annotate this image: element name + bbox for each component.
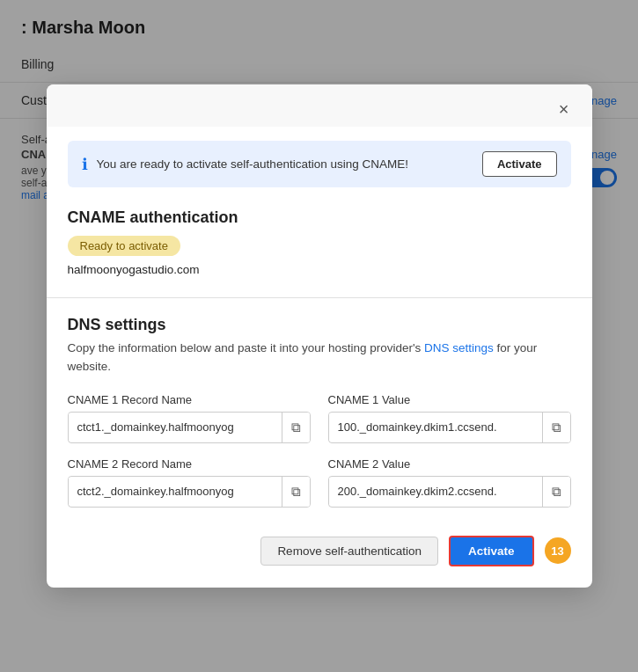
cname1-record-name-label: CNAME 1 Record Name <box>68 393 311 406</box>
domain-text: halfmoonyogastudio.com <box>68 263 571 276</box>
cname1-record-name-input[interactable] <box>69 413 282 441</box>
cname2-record-name-group: CNAME 2 Record Name ⧉ <box>68 457 311 508</box>
info-banner: ℹ You are ready to activate self-authent… <box>68 141 571 187</box>
cname2-record-name-input[interactable] <box>69 478 282 505</box>
section-divider <box>47 297 592 298</box>
cname2-record-name-copy-button[interactable]: ⧉ <box>282 477 310 507</box>
cname1-record-name-field-row: ⧉ <box>68 412 311 443</box>
cname2-record-name-field-row: ⧉ <box>68 476 311 508</box>
cname2-value-input[interactable] <box>329 478 542 505</box>
close-button[interactable]: × <box>554 99 575 120</box>
cname1-value-group: CNAME 1 Value ⧉ <box>328 393 571 443</box>
cname1-value-field-row: ⧉ <box>328 412 571 443</box>
cname2-value-group: CNAME 2 Value ⧉ <box>328 457 571 508</box>
modal-dialog: × ℹ You are ready to activate self-authe… <box>47 84 592 588</box>
modal-overlay: × ℹ You are ready to activate self-authe… <box>0 0 638 672</box>
modal-body: ℹ You are ready to activate self-authent… <box>47 127 592 588</box>
banner-text: You are ready to activate self-authentic… <box>97 157 473 171</box>
cname-fields-grid: CNAME 1 Record Name ⧉ CNAME 1 Value ⧉ <box>68 393 571 508</box>
modal-footer: Remove self-authentication Activate 13 <box>68 532 571 566</box>
cname1-record-name-group: CNAME 1 Record Name ⧉ <box>68 393 311 443</box>
cname1-record-name-copy-button[interactable]: ⧉ <box>282 413 310 442</box>
cname-section-heading: CNAME authentication <box>68 208 571 227</box>
cname2-record-name-label: CNAME 2 Record Name <box>68 457 311 471</box>
remove-self-auth-button[interactable]: Remove self-authentication <box>260 537 438 566</box>
status-badge: Ready to activate <box>68 236 180 256</box>
activate-button[interactable]: Activate <box>449 536 534 566</box>
dns-desc-part1: Copy the information below and paste it … <box>68 341 425 354</box>
cname2-value-copy-button[interactable]: ⧉ <box>542 477 570 507</box>
info-icon: ℹ <box>82 155 88 174</box>
cname2-value-field-row: ⧉ <box>328 476 571 508</box>
modal-header: × <box>47 84 592 127</box>
banner-activate-button[interactable]: Activate <box>482 151 557 177</box>
cname1-value-label: CNAME 1 Value <box>328 393 571 406</box>
dns-settings-link[interactable]: DNS settings <box>424 341 494 354</box>
cname2-value-label: CNAME 2 Value <box>328 457 571 471</box>
cname1-value-input[interactable] <box>329 413 542 441</box>
cname1-value-copy-button[interactable]: ⧉ <box>542 413 570 442</box>
dns-section-heading: DNS settings <box>68 316 571 334</box>
notification-badge: 13 <box>545 537 571 564</box>
dns-description: Copy the information below and paste it … <box>68 340 571 376</box>
